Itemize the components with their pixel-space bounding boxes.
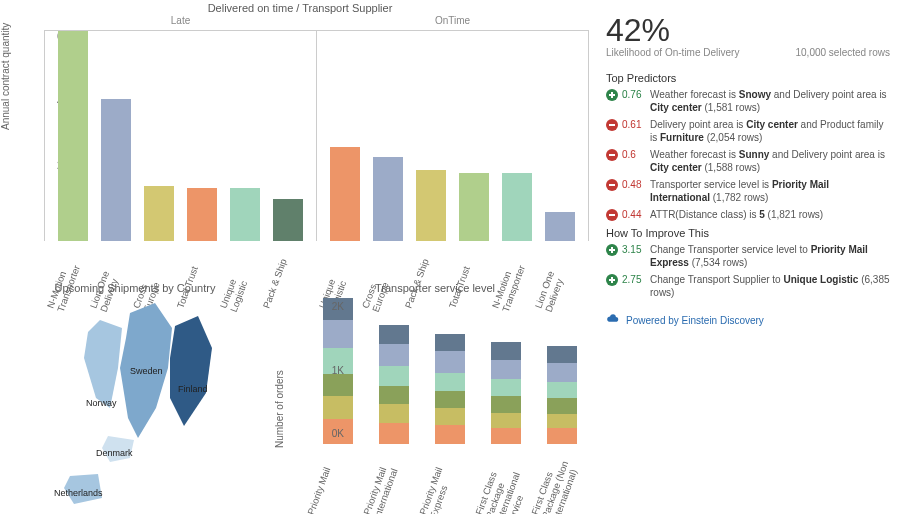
x-label: First Class Package (Non International) bbox=[529, 445, 595, 514]
predictor-text: Delivery point area is City center and P… bbox=[650, 118, 890, 144]
bar-segment bbox=[547, 428, 577, 444]
predictor-row[interactable]: 0.44ATTR(Distance class) is 5 (1,821 row… bbox=[606, 208, 890, 221]
bar-segment bbox=[491, 413, 521, 428]
bar-segment bbox=[379, 386, 409, 404]
minus-icon bbox=[606, 119, 618, 131]
predictor-value: 0.44 bbox=[622, 208, 650, 221]
plus-icon bbox=[606, 274, 618, 286]
selected-rows: 10,000 selected rows bbox=[795, 47, 890, 58]
country-label: Denmark bbox=[96, 448, 133, 458]
predictor-value: 0.48 bbox=[622, 178, 650, 191]
headline-sublabel: Likelihood of On-time Delivery bbox=[606, 47, 739, 58]
facet-title: OnTime bbox=[317, 15, 588, 26]
minus-icon bbox=[606, 209, 618, 221]
bar[interactable] bbox=[101, 99, 131, 241]
bar-segment bbox=[379, 344, 409, 366]
predictor-row[interactable]: 2.75Change Transport Supplier to Unique … bbox=[606, 273, 890, 299]
predictor-row[interactable]: 0.61Delivery point area is City center a… bbox=[606, 118, 890, 144]
bar-segment bbox=[491, 428, 521, 445]
y-tick: 1K bbox=[332, 364, 344, 375]
x-label: Priority Mail Express bbox=[417, 445, 483, 514]
bar-segment bbox=[547, 346, 577, 363]
predictor-text: Change Transport Supplier to Unique Logi… bbox=[650, 273, 890, 299]
facet-title: Late bbox=[45, 15, 316, 26]
predictor-row[interactable]: 0.76Weather forecast is Snowy and Delive… bbox=[606, 88, 890, 114]
improve-heading: How To Improve This bbox=[606, 227, 890, 239]
bar-segment bbox=[547, 414, 577, 429]
stacked-bar[interactable] bbox=[379, 325, 409, 444]
service-level-chart: Transporter service level Number of orde… bbox=[270, 280, 600, 514]
bar-segment bbox=[491, 360, 521, 380]
bar-segment bbox=[435, 373, 465, 391]
bar[interactable] bbox=[459, 173, 489, 241]
bar-segment bbox=[491, 396, 521, 413]
bar-segment bbox=[435, 425, 465, 444]
country-label: Norway bbox=[86, 398, 117, 408]
bar-segment bbox=[379, 423, 409, 444]
stacked-bar[interactable] bbox=[547, 346, 577, 444]
plus-icon bbox=[606, 244, 618, 256]
bar[interactable] bbox=[187, 188, 217, 241]
bar[interactable] bbox=[330, 147, 360, 241]
einstein-icon bbox=[606, 313, 620, 327]
minus-icon bbox=[606, 149, 618, 161]
headline-percent: 42% bbox=[606, 12, 890, 49]
bar-segment bbox=[379, 366, 409, 386]
bar-segment bbox=[547, 363, 577, 382]
predictor-row[interactable]: 3.15Change Transporter service level to … bbox=[606, 243, 890, 269]
stacked-bar[interactable] bbox=[491, 342, 521, 444]
bar-segment bbox=[435, 391, 465, 409]
bar[interactable] bbox=[373, 157, 403, 241]
upcoming-shipments-map: Upcoming Shipments by Country Sweden Fin… bbox=[0, 280, 270, 514]
predictor-row[interactable]: 0.6Weather forecast is Sunny and Deliver… bbox=[606, 148, 890, 174]
predictor-text: Weather forecast is Sunny and Delivery p… bbox=[650, 148, 890, 174]
y-axis-label: Annual contract quantity bbox=[0, 23, 11, 130]
top-predictors-heading: Top Predictors bbox=[606, 72, 890, 84]
x-label: Priority Mail International bbox=[361, 445, 427, 514]
chart-title: Delivered on time / Transport Supplier bbox=[0, 0, 600, 14]
stacked-bar[interactable] bbox=[435, 334, 465, 444]
bar-segment bbox=[547, 398, 577, 414]
predictor-value: 0.76 bbox=[622, 88, 650, 101]
einstein-insight-panel: 42% Likelihood of On-time Delivery 10,00… bbox=[600, 0, 900, 514]
bar-segment bbox=[379, 404, 409, 423]
bar[interactable] bbox=[230, 188, 260, 241]
map-svg bbox=[10, 298, 260, 508]
plus-icon bbox=[606, 89, 618, 101]
predictor-text: Weather forecast is Snowy and Delivery p… bbox=[650, 88, 890, 114]
predictor-row[interactable]: 0.48Transporter service level is Priorit… bbox=[606, 178, 890, 204]
predictor-text: Transporter service level is Priority Ma… bbox=[650, 178, 890, 204]
bar-segment bbox=[379, 325, 409, 343]
country-finland[interactable] bbox=[170, 316, 212, 426]
bar-segment bbox=[491, 342, 521, 359]
bar-segment bbox=[491, 379, 521, 396]
y-tick: 2K bbox=[332, 301, 344, 312]
predictor-value: 3.15 bbox=[622, 243, 650, 256]
bar-segment bbox=[435, 334, 465, 352]
y-tick: 0K bbox=[332, 428, 344, 439]
bar-segment bbox=[547, 382, 577, 398]
bar[interactable] bbox=[502, 173, 532, 241]
country-label: Sweden bbox=[130, 366, 163, 376]
minus-icon bbox=[606, 179, 618, 191]
delivered-on-time-chart: Delivered on time / Transport Supplier A… bbox=[0, 0, 600, 280]
bar[interactable] bbox=[144, 186, 174, 241]
country-label: Netherlands bbox=[54, 488, 103, 498]
predictor-value: 0.61 bbox=[622, 118, 650, 131]
predictor-text: Change Transporter service level to Prio… bbox=[650, 243, 890, 269]
country-label: Finland bbox=[178, 384, 208, 394]
predictor-value: 2.75 bbox=[622, 273, 650, 286]
bar[interactable] bbox=[58, 31, 88, 241]
predictor-text: ATTR(Distance class) is 5 (1,821 rows) bbox=[650, 208, 823, 221]
bar[interactable] bbox=[416, 170, 446, 241]
powered-by-einstein[interactable]: Powered by Einstein Discovery bbox=[606, 313, 890, 327]
predictor-value: 0.6 bbox=[622, 148, 650, 161]
bar[interactable] bbox=[273, 199, 303, 241]
bar[interactable] bbox=[545, 212, 575, 241]
x-label: First Class Package International Servic… bbox=[473, 445, 539, 514]
stack-y-label: Number of orders bbox=[274, 370, 285, 448]
x-label: Priority Mail bbox=[305, 445, 371, 514]
country-norway[interactable] bbox=[84, 320, 122, 408]
bar-segment bbox=[435, 351, 465, 373]
bar-segment bbox=[435, 408, 465, 425]
